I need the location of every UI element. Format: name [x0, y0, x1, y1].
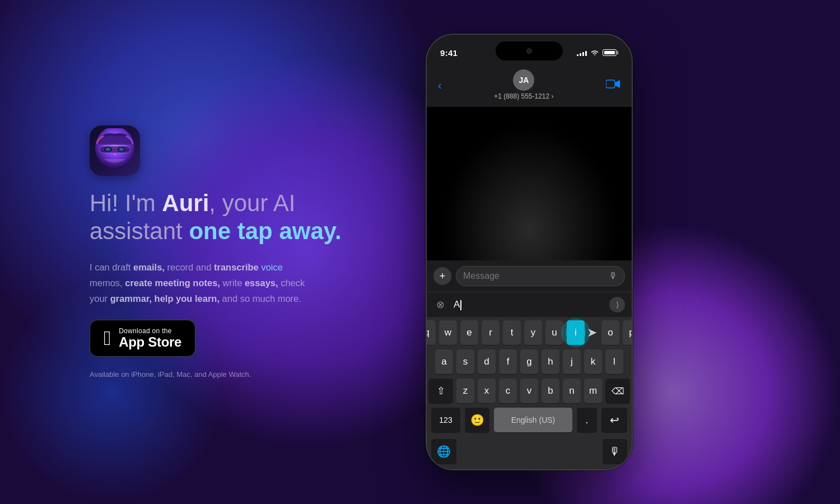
- plus-icon: +: [440, 270, 446, 282]
- clear-circle-icon: ⊗: [436, 298, 445, 311]
- status-time: 9:41: [440, 48, 458, 58]
- return-icon: ↩: [610, 413, 619, 427]
- key-shift[interactable]: ⇧: [428, 379, 453, 403]
- key-m[interactable]: m: [584, 379, 602, 403]
- dynamic-island-camera: [526, 48, 532, 54]
- period-label: .: [585, 414, 588, 426]
- keyboard-mic-button[interactable]: 🎙: [603, 439, 627, 464]
- key-s[interactable]: s: [456, 349, 474, 374]
- microphone-icon: 🎙: [609, 445, 620, 458]
- shift-icon: ⇧: [437, 385, 445, 397]
- space-label: English (US): [511, 416, 556, 424]
- headline-newline-prefix: assistant: [90, 218, 189, 244]
- key-p[interactable]: p: [623, 320, 633, 345]
- available-text: Available on iPhone, iPad, Mac, and Appl…: [90, 370, 381, 379]
- left-content: Hi! I'm Auri, your AI assistant one tap …: [90, 125, 381, 379]
- keyboard-send-button[interactable]: ⟩: [609, 297, 625, 312]
- keyboard-globe-button[interactable]: 🌐: [431, 439, 456, 464]
- contact-phone: +1 (888) 555-1212 ›: [494, 92, 553, 100]
- key-z[interactable]: z: [456, 379, 474, 403]
- keyboard-search-row: ⊗ A ⟩: [427, 292, 632, 317]
- send-arrow-icon: ⟩: [616, 300, 619, 309]
- keyboard-input-value[interactable]: A: [451, 299, 605, 310]
- message-input-field[interactable]: Message 🎙: [456, 266, 625, 286]
- dynamic-island: [496, 41, 563, 60]
- back-chevron-icon: ‹: [438, 80, 442, 91]
- contact-initials: JA: [519, 76, 529, 85]
- key-j[interactable]: j: [563, 349, 581, 374]
- keyboard-row-4: 123 🙂 English (US) . ↩: [428, 408, 630, 432]
- battery-icon: [603, 49, 618, 56]
- key-d[interactable]: d: [478, 349, 496, 374]
- app-store-text: Download on the App Store: [119, 327, 181, 349]
- key-w[interactable]: w: [439, 320, 457, 345]
- app-store-button[interactable]:  Download on the App Store: [90, 320, 195, 357]
- contact-avatar: JA: [513, 69, 534, 91]
- apple-logo-icon: : [104, 328, 111, 348]
- phone-mockup: 9:41: [426, 34, 633, 470]
- main-container: Hi! I'm Auri, your AI assistant one tap …: [0, 0, 840, 504]
- headline-accent: one tap away.: [189, 218, 341, 244]
- key-b[interactable]: b: [542, 379, 559, 403]
- key-return[interactable]: ↩: [601, 408, 627, 432]
- signal-bars-icon: [577, 49, 587, 56]
- headline-prefix: Hi! I'm: [90, 190, 162, 216]
- key-v[interactable]: v: [520, 379, 538, 403]
- keyboard-clear-button[interactable]: ⊗: [433, 298, 447, 311]
- key-g[interactable]: g: [520, 349, 538, 374]
- keyboard-row-2: a s d f g h j k l: [428, 349, 630, 374]
- key-o[interactable]: o: [601, 320, 619, 345]
- key-emoji[interactable]: 🙂: [465, 408, 489, 432]
- key-q[interactable]: q: [426, 320, 436, 345]
- key-t[interactable]: t: [503, 320, 521, 345]
- emoji-icon: 🙂: [470, 413, 484, 427]
- key-space[interactable]: English (US): [494, 408, 572, 432]
- messages-body: [427, 107, 632, 260]
- key-y[interactable]: y: [524, 320, 542, 345]
- phone-container: 9:41: [426, 34, 633, 470]
- headline-brand: Auri: [162, 190, 209, 216]
- delete-icon: ⌫: [612, 386, 624, 396]
- video-call-button[interactable]: [606, 78, 620, 92]
- key-c[interactable]: c: [499, 379, 517, 403]
- key-delete[interactable]: ⌫: [605, 379, 630, 403]
- app-store-top-label: Download on the: [119, 327, 181, 335]
- keyboard-row-1: q w e r t y u i ➤ o p: [428, 320, 630, 345]
- app-store-bottom-label: App Store: [119, 335, 181, 349]
- key-n[interactable]: n: [563, 379, 581, 403]
- back-button[interactable]: ‹: [438, 80, 442, 91]
- app-icon-svg: [92, 128, 137, 173]
- key-h[interactable]: h: [542, 349, 559, 374]
- key-123[interactable]: 123: [431, 408, 460, 432]
- keyboard-bottom-bar: 🌐 🎙: [427, 438, 632, 469]
- keyboard-keys: q w e r t y u i ➤ o p: [427, 317, 632, 438]
- key-period[interactable]: .: [577, 408, 597, 432]
- messages-header: ‹ JA +1 (888) 555-1212 ›: [427, 65, 632, 107]
- headline-middle: , your AI: [209, 190, 295, 216]
- key-i[interactable]: i ➤: [567, 320, 585, 345]
- message-input-area: + Message 🎙: [427, 260, 632, 292]
- key-r[interactable]: r: [482, 320, 500, 345]
- message-mic-icon: 🎙: [609, 271, 618, 281]
- wifi-icon: [590, 49, 599, 56]
- video-icon: [606, 79, 620, 89]
- svg-rect-9: [606, 80, 615, 88]
- key-l[interactable]: l: [605, 349, 623, 374]
- headline: Hi! I'm Auri, your AI assistant one tap …: [90, 189, 381, 246]
- key-f[interactable]: f: [499, 349, 517, 374]
- status-icons: [577, 49, 618, 56]
- key-a[interactable]: a: [435, 349, 453, 374]
- key-e[interactable]: e: [460, 320, 478, 345]
- key-k[interactable]: k: [584, 349, 602, 374]
- key-x[interactable]: x: [478, 379, 496, 403]
- app-icon: [90, 125, 140, 176]
- message-plus-button[interactable]: +: [433, 267, 451, 285]
- numpad-label: 123: [439, 416, 452, 424]
- svg-rect-7: [100, 146, 130, 153]
- contact-info: JA +1 (888) 555-1212 ›: [494, 69, 553, 100]
- globe-icon: 🌐: [437, 445, 451, 458]
- keyboard-row-3: ⇧ z x c v b n m ⌫: [428, 379, 630, 403]
- app-icon-inner: [90, 125, 140, 176]
- message-placeholder: Message: [463, 271, 604, 281]
- subtext: I can draft emails, record and transcrib…: [90, 259, 381, 306]
